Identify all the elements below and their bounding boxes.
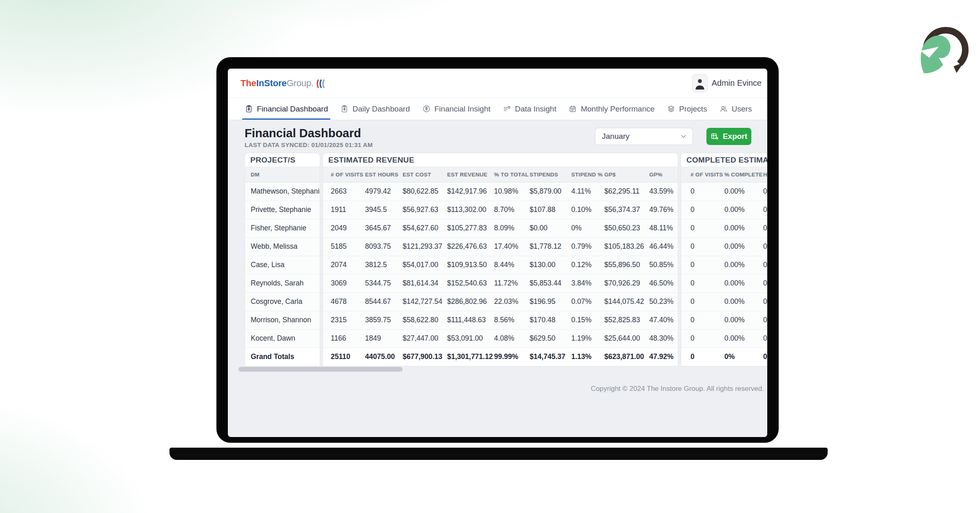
table-row[interactable]: 00.00%0 bbox=[681, 274, 767, 292]
table-cell: 0.00% bbox=[724, 274, 763, 292]
tab-daily-dashboard[interactable]: Daily Dashboard bbox=[340, 98, 410, 120]
column-header: EST HOURS bbox=[365, 167, 403, 182]
table-row[interactable]: 00.00%0 bbox=[681, 256, 767, 274]
clipboard-dollar-icon bbox=[245, 105, 253, 113]
table-row[interactable]: 00.00%0 bbox=[681, 237, 767, 256]
tab-projects[interactable]: Projects bbox=[667, 98, 707, 120]
app-logo: TheInStoreGroup. bbox=[241, 78, 327, 89]
tab-financial-dashboard[interactable]: Financial Dashboard bbox=[245, 98, 328, 120]
users-icon bbox=[719, 105, 728, 113]
table-row[interactable]: 19113945.5$56,927.63$113,302.008.70%$107… bbox=[323, 201, 678, 219]
table-cell: $196.95 bbox=[530, 292, 571, 311]
page-title: Financial Dashboard bbox=[245, 127, 361, 140]
table-cell: $62,295.11 bbox=[604, 182, 649, 201]
logo-the: The bbox=[241, 78, 256, 88]
table-cell: 0 bbox=[681, 292, 724, 311]
person-icon bbox=[693, 76, 707, 92]
table-cell: 0 bbox=[681, 201, 724, 219]
logo-marks-icon bbox=[316, 79, 327, 89]
app-header: TheInStoreGroup. Admin Evince bbox=[228, 69, 767, 98]
tab-financial-insight[interactable]: Financial Insight bbox=[422, 98, 490, 120]
table-row[interactable]: 51858093.75$121,293.37$226,476.6317.40%$… bbox=[323, 237, 678, 256]
grand-total-cell: 47.92% bbox=[649, 348, 678, 366]
table-row[interactable]: Morrison, Shannon bbox=[245, 311, 320, 329]
table-cell: $629.50 bbox=[530, 329, 571, 348]
tab-monthly-performance[interactable]: Monthly Performance bbox=[568, 98, 655, 120]
table-row[interactable]: 26634979.42$80,622.85$142,917.9610.98%$5… bbox=[323, 182, 678, 201]
table-section-completed: COMPLETED ESTIMATED# OF VISITS% COMPLETE… bbox=[681, 153, 767, 366]
month-select[interactable]: January bbox=[595, 128, 693, 145]
table-row[interactable]: 11661849$27,447.00$53,091.004.08%$629.50… bbox=[323, 329, 678, 348]
table-cell: $25,644.00 bbox=[604, 329, 649, 348]
table-cell: 1166 bbox=[323, 329, 365, 348]
table-row[interactable]: Cosgrove, Carla bbox=[245, 292, 320, 311]
table-cell: $80,622.85 bbox=[403, 182, 447, 201]
table-cell: 0 bbox=[763, 219, 767, 237]
table-row[interactable]: 00.00%0 bbox=[681, 182, 767, 201]
table-cell: 0.12% bbox=[571, 256, 604, 274]
table-cell: 8.70% bbox=[494, 201, 530, 219]
grand-total-cell: 0% bbox=[724, 348, 763, 366]
table-cell: $52,825.83 bbox=[604, 311, 649, 329]
table-cell: 10.98% bbox=[494, 182, 530, 201]
table-row[interactable]: 00.00%0 bbox=[681, 292, 767, 311]
table-row[interactable]: 00.00%0 bbox=[681, 201, 767, 219]
last-synced-label: LAST DATA SYNCED: 01/01/2025 01:31 AM bbox=[245, 141, 373, 148]
table-cell: 0 bbox=[681, 219, 724, 237]
table-cell: $144,075.42 bbox=[604, 292, 649, 311]
table-row[interactable]: Privette, Stephanie bbox=[245, 201, 320, 219]
table-cell: $105,277.83 bbox=[447, 219, 494, 237]
table-row[interactable]: Webb, Melissa bbox=[245, 237, 320, 256]
table-cell: 8544.67 bbox=[365, 292, 403, 311]
data-table: PROJECT/SDMMathewson, StephaniePrivette,… bbox=[245, 153, 767, 366]
table-cell: 3945.5 bbox=[365, 201, 403, 219]
table-cell: 1.19% bbox=[571, 329, 604, 348]
tab-users[interactable]: Users bbox=[719, 98, 752, 120]
table-row[interactable]: 30695344.75$81,614.34$152,540.6311.72%$5… bbox=[323, 274, 678, 292]
table-cell: 4678 bbox=[323, 292, 365, 311]
table-cell: $152,540.63 bbox=[447, 274, 494, 292]
layers-icon bbox=[667, 105, 675, 113]
table-cell: 0.00% bbox=[724, 237, 763, 256]
table-row[interactable]: Case, Lisa bbox=[245, 256, 320, 274]
export-icon bbox=[710, 132, 719, 141]
table-row[interactable]: Fisher, Stephanie bbox=[245, 219, 320, 237]
table-cell: 3859.75 bbox=[365, 311, 403, 329]
table-cell: 0 bbox=[763, 201, 767, 219]
table-cell: 0.79% bbox=[571, 237, 604, 256]
user-menu[interactable]: Admin Evince bbox=[692, 74, 762, 92]
chevron-down-icon bbox=[679, 132, 688, 141]
table-cell: 0 bbox=[681, 237, 724, 256]
table-row[interactable]: 46788544.67$142,727.54$286,802.9622.03%$… bbox=[323, 292, 678, 311]
column-header: % COMPLETE bbox=[724, 167, 763, 182]
table-row[interactable]: Kocent, Dawn bbox=[245, 329, 320, 348]
table-cell: 2663 bbox=[323, 182, 365, 201]
export-button[interactable]: Export bbox=[706, 128, 751, 145]
table-cell: 48.30% bbox=[649, 329, 678, 348]
grand-totals-row: 2511044075.00$677,900.13$1,301,771.1299.… bbox=[323, 348, 678, 366]
column-header: GP% bbox=[649, 167, 678, 182]
table-row[interactable]: Mathewson, Stephanie bbox=[245, 182, 320, 201]
table-cell: $105,183.26 bbox=[604, 237, 649, 256]
table-row[interactable]: 20743812.5$54,017.00$109,913.508.44%$130… bbox=[323, 256, 678, 274]
table-cell: 0 bbox=[681, 329, 724, 348]
table-row[interactable]: 20493645.67$54,627.60$105,277.838.09%$0.… bbox=[323, 219, 678, 237]
table-row[interactable]: 23153859.75$58,622.80$111,448.638.56%$17… bbox=[323, 311, 678, 329]
table-cell: $54,017.00 bbox=[403, 256, 447, 274]
table-row[interactable]: 00.00%0 bbox=[681, 219, 767, 237]
tab-label: Data Insight bbox=[515, 105, 556, 114]
horizontal-scrollbar[interactable] bbox=[238, 367, 403, 372]
section-title-completed: COMPLETED ESTIMATED bbox=[681, 153, 767, 167]
table-cell: $142,917.96 bbox=[447, 182, 494, 201]
column-header: EST REVENUE bbox=[447, 167, 494, 182]
table-row[interactable]: 00.00%0 bbox=[681, 329, 767, 348]
table-row[interactable]: Reynolds, Sarah bbox=[245, 274, 320, 292]
tab-data-insight[interactable]: Data Insight bbox=[503, 98, 556, 120]
table-cell: 47.40% bbox=[649, 311, 678, 329]
table-row[interactable]: 00.00%0 bbox=[681, 311, 767, 329]
column-header: GP$ bbox=[604, 167, 649, 182]
table-cell: $5,879.00 bbox=[530, 182, 571, 201]
user-name: Admin Evince bbox=[712, 78, 762, 88]
table-cell: 1911 bbox=[323, 201, 365, 219]
column-header: % TO TOTAL bbox=[494, 167, 530, 182]
